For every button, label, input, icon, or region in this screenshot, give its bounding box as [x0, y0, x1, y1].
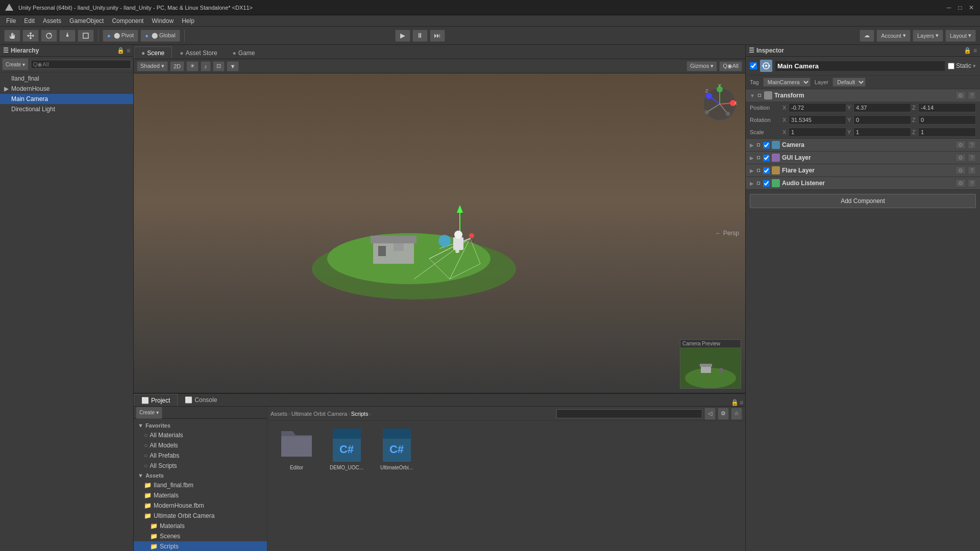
menu-edit[interactable]: Edit — [20, 15, 39, 27]
project-item-modernhouse-fbm[interactable]: 📁 ModernHouse.fbm — [134, 500, 267, 511]
move-tool-button[interactable] — [22, 30, 39, 42]
maximize-button[interactable]: □ — [955, 3, 965, 12]
object-enabled-checkbox[interactable] — [750, 62, 757, 69]
component-audio-header[interactable]: ▶ Audio Listener ⚙ ? — [746, 177, 980, 189]
scale-x-input[interactable] — [789, 128, 846, 137]
layers-dropdown[interactable]: Layers ▾ — [913, 30, 943, 42]
gui-settings-button[interactable]: ⚙ — [955, 154, 966, 162]
minimize-button[interactable]: ─ — [944, 3, 953, 12]
flare-settings-button[interactable]: ⚙ — [955, 166, 966, 174]
assets-arrow[interactable]: ▼ — [138, 472, 143, 479]
component-gui-header[interactable]: ▶ GUI Layer ⚙ ? — [746, 152, 980, 164]
menu-gameobject[interactable]: GameObject — [65, 15, 108, 27]
hand-tool-button[interactable] — [4, 30, 20, 42]
project-create-button[interactable]: Create ▾ — [136, 407, 162, 419]
menu-file[interactable]: File — [2, 15, 20, 27]
project-item-scripts[interactable]: 📁 Scripts — [134, 541, 267, 551]
search-filter-button[interactable]: ⚙ — [718, 408, 729, 420]
search-back-button[interactable]: ◁ — [704, 408, 716, 420]
hierarchy-item-main-camera[interactable]: Main Camera — [0, 94, 133, 104]
search-star-button[interactable]: ☆ — [731, 408, 742, 420]
tab-scene[interactable]: ● Scene — [134, 46, 172, 59]
gui-help-button[interactable]: ? — [968, 154, 976, 162]
menu-assets[interactable]: Assets — [39, 15, 65, 27]
component-camera-header[interactable]: ▶ Camera ⚙ ? — [746, 139, 980, 151]
project-search-input[interactable] — [556, 409, 702, 418]
hierarchy-create-button[interactable]: Create ▾ — [2, 58, 29, 70]
step-button[interactable]: ⏭ — [430, 30, 445, 42]
gui-layer-enabled-checkbox[interactable] — [763, 155, 770, 161]
search-scene-btn[interactable]: Q◉All — [719, 61, 742, 71]
add-component-button[interactable]: Add Component — [750, 194, 976, 208]
camera-help-button[interactable]: ? — [968, 141, 976, 149]
camera-settings-button[interactable]: ⚙ — [955, 141, 966, 149]
account-dropdown[interactable]: Account ▾ — [876, 30, 911, 42]
layer-dropdown[interactable]: Default — [832, 78, 866, 87]
flare-layer-enabled-checkbox[interactable] — [763, 167, 770, 174]
scene-viewport[interactable]: ← Persp Z X — [134, 73, 745, 393]
rect-tool-button[interactable] — [78, 30, 94, 42]
project-item-all-prefabs[interactable]: ○ All Prefabs — [134, 450, 267, 461]
pivot-button[interactable]: ● ⬤ Pivot — [103, 30, 138, 42]
asset-ultimate-orbit[interactable]: C# UltimateOrbi... — [374, 427, 420, 470]
project-item-iland-fbm[interactable]: 📁 Iland_final.fbm — [134, 480, 267, 490]
effects-button[interactable]: ⊡ — [213, 61, 225, 71]
close-button[interactable]: ✕ — [967, 3, 976, 12]
shading-dropdown[interactable]: Shaded ▾ — [137, 61, 168, 71]
hierarchy-lock-icon[interactable]: 🔒 — [117, 47, 125, 54]
static-dropdown-arrow[interactable]: ▾ — [973, 63, 976, 69]
component-transform-header[interactable]: ▼ Transform ⚙ ? — [746, 89, 980, 102]
audio-listener-enabled-checkbox[interactable] — [763, 180, 770, 187]
tag-dropdown[interactable]: MainCamera — [763, 78, 811, 87]
menu-window[interactable]: Window — [148, 15, 178, 27]
lighting-button[interactable]: ☀ — [186, 61, 199, 71]
project-item-materials[interactable]: 📁 Materials — [134, 490, 267, 500]
breadcrumb-scripts[interactable]: Scripts — [351, 411, 369, 417]
flare-help-button[interactable]: ? — [968, 166, 976, 174]
project-item-all-scripts[interactable]: ○ All Scripts — [134, 461, 267, 471]
tab-console[interactable]: ⬜ Console — [178, 394, 224, 406]
project-item-orbit-materials[interactable]: 📁 Materials — [134, 521, 267, 531]
layout-dropdown[interactable]: Layout ▾ — [945, 30, 976, 42]
transform-settings-button[interactable]: ⚙ — [955, 91, 966, 99]
rotation-y-input[interactable] — [853, 115, 911, 124]
position-x-input[interactable] — [789, 103, 846, 112]
scene-gizmo-widget[interactable]: Z X Y — [699, 84, 735, 119]
tab-game[interactable]: ● Game — [225, 46, 263, 59]
hierarchy-item-iland-final[interactable]: Iland_final — [0, 73, 133, 84]
project-item-all-materials[interactable]: ○ All Materials — [134, 430, 267, 440]
rotate-tool-button[interactable] — [41, 30, 57, 42]
tab-project[interactable]: ⬜ Project — [134, 394, 178, 406]
position-z-input[interactable] — [918, 103, 976, 112]
scale-tool-button[interactable] — [59, 30, 76, 42]
global-button[interactable]: ● ⬤ Global — [140, 30, 180, 42]
project-item-all-models[interactable]: ○ All Models — [134, 440, 267, 450]
camera-enabled-checkbox[interactable] — [763, 142, 770, 148]
gizmos-dropdown[interactable]: Gizmos ▾ — [687, 61, 717, 71]
play-button[interactable]: ▶ — [395, 30, 410, 42]
tab-asset-store[interactable]: ● Asset Store — [172, 46, 225, 59]
bottom-panel-lock[interactable]: 🔒 — [731, 399, 739, 406]
rotation-z-input[interactable] — [918, 115, 976, 124]
favorites-arrow[interactable]: ▼ — [138, 422, 143, 429]
hierarchy-menu-icon[interactable]: ≡ — [127, 47, 130, 54]
object-name-field[interactable] — [775, 61, 945, 71]
asset-demo-uoc[interactable]: C# DEMO_UOC... — [324, 427, 370, 470]
transform-help-button[interactable]: ? — [968, 91, 976, 99]
breadcrumb-orbit-camera[interactable]: Ultimate Orbit Camera — [291, 411, 347, 417]
menu-component[interactable]: Component — [108, 15, 148, 27]
inspector-lock-icon[interactable]: 🔒 — [964, 47, 971, 54]
asset-editor-folder[interactable]: Editor — [274, 427, 320, 470]
inspector-menu-icon[interactable]: ≡ — [973, 47, 977, 54]
project-item-scenes[interactable]: 📁 Scenes — [134, 531, 267, 541]
bottom-panel-menu[interactable]: ≡ — [740, 399, 743, 406]
2d-button[interactable]: 2D — [170, 61, 184, 71]
audio-help-button[interactable]: ? — [968, 179, 976, 187]
audio-settings-button[interactable]: ⚙ — [955, 179, 966, 187]
component-flare-header[interactable]: ▶ Flare Layer ⚙ ? — [746, 164, 980, 177]
hierarchy-item-modernhouse[interactable]: ▶ ModernHouse — [0, 84, 133, 94]
project-item-orbit-camera[interactable]: 📁 Ultimate Orbit Camera — [134, 511, 267, 521]
hierarchy-item-directional-light[interactable]: Directional Light — [0, 104, 133, 114]
effects2-button[interactable]: ▼ — [227, 61, 239, 71]
scale-y-input[interactable] — [853, 128, 911, 137]
